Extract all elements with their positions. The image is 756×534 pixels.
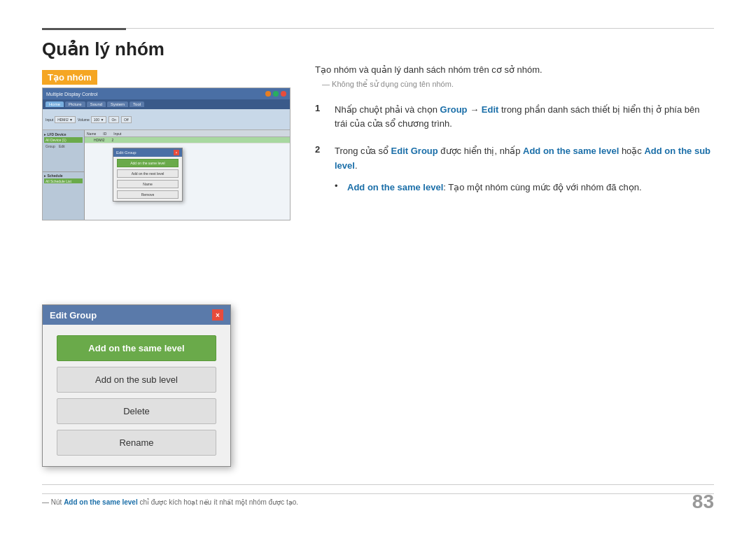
step1-highlight-group: Group [440,104,468,115]
bottom-divider [42,484,714,485]
accent-divider [42,28,126,30]
footer-highlight: Add on the same level [64,498,138,506]
col-input: Input [113,132,121,136]
lfd-section: ▸ LFD Device All Device (1) Group Edit [43,130,84,150]
step-1-container: 1 Nhấp chuột phải và chọn Group → Edit t… [315,103,714,132]
mdc-popup-btn-name: Name [117,180,178,188]
mdc-close-btn [281,91,286,97]
schedule-label: All Schedule List [46,179,71,183]
lfd-title: ▸ LFD Device [44,132,83,137]
mdc-tab-sound: Sound [87,101,106,107]
toolbar-vol-val: 100 ▼ [91,116,107,123]
note-text: Không thể sử dụng cùng tên nhóm. [315,80,714,89]
toolbar-input-label: Input [46,118,53,122]
step-2-text: Trong cửa sổ Edit Group được hiển thị, n… [335,144,714,174]
toolbar-vol-label: Volume [78,118,90,122]
step-2-bullet: • Add on the same level: Tạo một nhóm cù… [315,181,714,195]
mdc-tab-home: Home [46,101,64,107]
mdc-left-panel: ▸ LFD Device All Device (1) Group Edit ▸… [43,130,85,220]
step-1-number: 1 [315,103,326,113]
dialog-titlebar: Edit Group × [43,305,230,325]
page-title: Quản lý nhóm [42,38,164,60]
mdc-popup-btn-remove: Remove [117,190,178,199]
page-number: 83 [692,491,714,513]
btn-rename[interactable]: Rename [57,430,216,456]
table-row-1: HDMI2 2 [85,137,290,143]
step-2-container: 2 Trong cửa sổ Edit Group được hiển thị,… [315,144,714,194]
mdc-popup-title: Edit Group × [113,148,182,157]
mdc-titlebar: Multiple Display Control [43,88,290,99]
mdc-tab-tool: Tool [130,101,144,107]
edit-label: Edit [59,144,65,148]
mdc-app: Multiple Display Control Home Picture So… [43,88,290,220]
schedule-row: All Schedule List [44,178,83,183]
footer-note: — Nút Add on the same level chỉ được kíc… [42,493,714,506]
step-1-row: 1 Nhấp chuột phải và chọn Group → Edit t… [315,103,714,132]
mdc-tab-picture: Picture [65,101,85,107]
mdc-app-title: Multiple Display Control [46,92,263,97]
mdc-popup: Edit Group × Add on the same level Add o… [113,148,183,202]
group-label: Group [46,144,55,148]
mdc-max-btn [273,91,279,97]
step-2-row: 2 Trong cửa sổ Edit Group được hiển thị,… [315,144,714,174]
step1-highlight-edit: Edit [482,104,499,115]
dialog-title: Edit Group [50,310,97,321]
dialog-body: Add on the same level Add on the sub lev… [43,325,230,466]
mdc-tabs: Home Picture Sound System Tool [43,99,290,109]
group-edit-row: Group Edit [44,143,83,148]
mdc-popup-btn-sub: Add on the next level [117,169,178,178]
mdc-right-panel: Name ID Input HDMI2 2 Edit Group × Add o… [85,130,290,220]
row1-input: HDMI2 [94,138,105,142]
section-heading: Tạo nhóm [42,70,97,85]
mdc-min-btn [265,91,271,97]
bullet-dot: • [335,181,342,191]
step-2-number: 2 [315,144,326,155]
mdc-popup-close: × [174,150,179,155]
mdc-body: ▸ LFD Device All Device (1) Group Edit ▸… [43,130,290,220]
step2-highlight-same: Add on the same level [523,146,619,156]
all-device-row: All Device (1) [44,137,83,143]
mdc-tab-system: System [107,101,128,107]
btn-add-same-level[interactable]: Add on the same level [57,335,216,361]
toolbar-off-btn: Off [121,116,132,123]
btn-add-sub-level[interactable]: Add on the sub level [57,367,216,393]
right-column: Tạo nhóm và quản lý danh sách nhóm trên … [315,63,714,206]
dialog-close-button[interactable]: × [212,309,223,321]
intro-text: Tạo nhóm và quản lý danh sách nhóm trên … [315,63,714,77]
screenshot-image: Multiple Display Control Home Picture So… [42,87,290,220]
table-header: Name ID Input [85,130,290,137]
toolbar-vol-group: Volume 100 ▼ [78,116,106,123]
step-1-text: Nhấp chuột phải và chọn Group → Edit tro… [335,103,714,132]
toolbar-hdmi-btn: HDMI2 ▼ [55,116,76,123]
schedule-section: ▸ Schedule All Schedule List [43,171,84,185]
step2-highlight-editgroup: Edit Group [391,146,438,156]
schedule-title: ▸ Schedule [44,174,83,178]
btn-delete[interactable]: Delete [57,398,216,424]
bullet-text: Add on the same level: Tạo một nhóm cùng… [347,181,642,195]
toolbar-input-group: Input HDMI2 ▼ [46,116,76,123]
row1-val: 2 [112,138,114,142]
toolbar-on-btn: On [108,116,119,123]
col-name: Name [87,132,96,136]
bullet-highlight: Add on the same level [347,182,443,192]
top-divider [42,28,714,29]
all-device-label: All Device (1) [46,138,66,142]
mdc-popup-btn-same: Add on the same level [117,159,178,167]
mdc-popup-title-text: Edit Group [116,150,136,155]
edit-group-dialog: Edit Group × Add on the same level Add o… [42,304,231,467]
mdc-toolbar: Input HDMI2 ▼ Volume 100 ▼ On Off [43,109,290,130]
col-id: ID [103,132,106,136]
